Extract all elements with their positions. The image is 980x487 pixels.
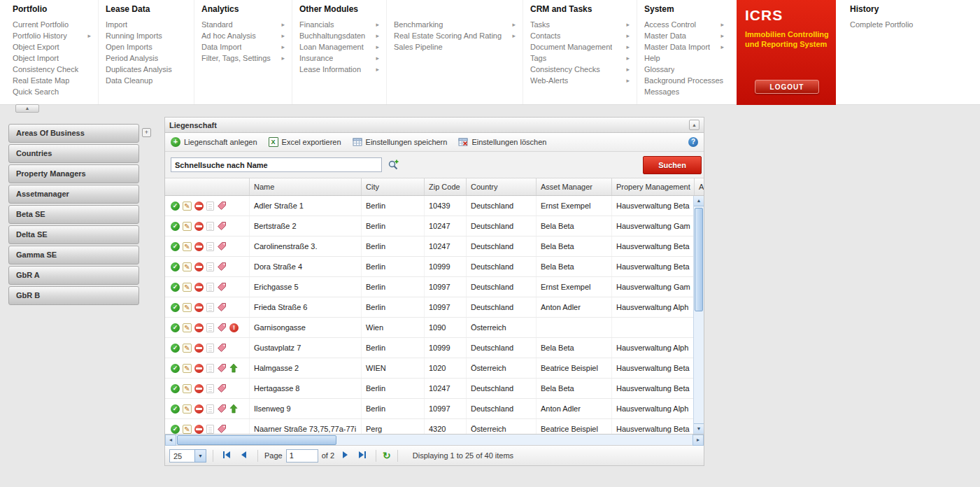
tag-icon[interactable] xyxy=(217,343,227,353)
menu-item[interactable]: Ad hoc Analysis▸ xyxy=(201,30,285,41)
deactivate-icon[interactable] xyxy=(194,262,204,271)
menu-item[interactable]: Real Estate Scoring And Rating▸ xyxy=(394,30,516,41)
edit-note-icon[interactable]: ✎ xyxy=(183,425,192,434)
edit-note-icon[interactable]: ✎ xyxy=(183,384,192,393)
menu-item[interactable]: Document Management▸ xyxy=(530,41,630,52)
menu-item[interactable]: Object Export xyxy=(13,41,91,52)
save-settings-button[interactable]: Einstellungen speichern xyxy=(353,137,448,147)
tag-icon[interactable] xyxy=(217,241,227,251)
page-number-input[interactable] xyxy=(286,449,318,463)
menu-item[interactable]: Real Estate Map xyxy=(13,75,91,86)
report-icon[interactable] xyxy=(206,283,214,292)
menu-item[interactable]: Tasks▸ xyxy=(530,19,630,30)
menu-item[interactable]: Filter, Tags, Settings▸ xyxy=(201,52,285,64)
menu-item[interactable]: Data Cleanup xyxy=(106,75,187,86)
menu-item[interactable]: Web-Alerts▸ xyxy=(530,75,630,86)
deactivate-icon[interactable] xyxy=(194,404,204,414)
search-button[interactable]: Suchen xyxy=(643,156,702,174)
report-icon[interactable] xyxy=(206,222,214,231)
deactivate-icon[interactable] xyxy=(194,283,204,292)
table-row[interactable]: ✓✎Halmgasse 2WIEN1020ÖsterreichBeatrice … xyxy=(165,358,704,379)
menu-item[interactable]: Current Portfolio xyxy=(13,19,91,30)
menu-item[interactable]: Open Imports xyxy=(106,41,187,52)
column-header-zip[interactable]: Zip Code xyxy=(425,178,467,195)
tag-icon[interactable] xyxy=(217,323,227,332)
delete-settings-button[interactable]: Einstellungen löschen xyxy=(458,137,546,147)
menu-item[interactable]: Object Import xyxy=(13,52,91,64)
tag-icon[interactable] xyxy=(217,262,227,271)
tag-icon[interactable] xyxy=(217,404,227,414)
last-page-button[interactable] xyxy=(355,449,369,463)
add-liegenschaft-button[interactable]: + Liegenschaft anlegen xyxy=(171,137,257,147)
refresh-button[interactable]: ↻ xyxy=(383,450,391,461)
sidebar-collapse-tab[interactable]: ▲ xyxy=(15,104,39,113)
accordion-panel-header[interactable]: Delta SE xyxy=(8,225,139,244)
deactivate-icon[interactable] xyxy=(194,344,204,353)
column-header-asset-manager[interactable]: Asset Manager xyxy=(537,178,612,195)
edit-note-icon[interactable]: ✎ xyxy=(183,344,192,353)
scroll-right-button[interactable]: ▸ xyxy=(693,435,704,446)
report-icon[interactable] xyxy=(206,425,214,434)
menu-item[interactable]: Contacts▸ xyxy=(530,30,630,41)
edit-note-icon[interactable]: ✎ xyxy=(183,404,192,414)
table-row[interactable]: ✓✎Ilsenweg 9Berlin10997DeutschlandAnton … xyxy=(165,399,704,419)
tag-icon[interactable] xyxy=(217,221,227,231)
search-icon[interactable] xyxy=(388,159,399,171)
edit-note-icon[interactable]: ✎ xyxy=(183,364,192,373)
prev-page-button[interactable] xyxy=(237,449,251,463)
column-header-area[interactable]: Ar xyxy=(695,178,704,195)
menu-item[interactable]: Sales Pipeline xyxy=(394,41,516,52)
table-row[interactable]: ✓✎Adler Straße 1Berlin10439DeutschlandEr… xyxy=(165,196,704,216)
column-header-city[interactable]: City xyxy=(362,178,425,195)
status-active-icon[interactable]: ✓ xyxy=(171,364,180,373)
menu-item[interactable]: Data Import▸ xyxy=(201,41,285,52)
menu-item[interactable]: Access Control▸ xyxy=(644,19,724,30)
panel-collapse-button[interactable]: ▲ xyxy=(689,120,700,130)
edit-note-icon[interactable]: ✎ xyxy=(183,202,192,211)
status-active-icon[interactable]: ✓ xyxy=(171,303,180,312)
menu-item[interactable]: Running Imports xyxy=(106,30,187,41)
table-row[interactable]: ✓✎Hertagasse 8Berlin10247DeutschlandBela… xyxy=(165,379,704,399)
status-active-icon[interactable]: ✓ xyxy=(171,404,180,414)
table-row[interactable]: ✓✎Frieda Straße 6Berlin10997DeutschlandA… xyxy=(165,297,704,318)
status-active-icon[interactable]: ✓ xyxy=(171,283,180,292)
status-active-icon[interactable]: ✓ xyxy=(171,344,180,353)
accordion-panel-header[interactable]: Assetmanager xyxy=(8,185,139,204)
scroll-up-button[interactable]: ▲ xyxy=(694,196,704,206)
scroll-left-button[interactable]: ◂ xyxy=(165,435,176,446)
report-icon[interactable] xyxy=(206,344,214,353)
menu-item[interactable]: Master Data Import▸ xyxy=(644,41,724,52)
menu-item[interactable]: Tags▸ xyxy=(530,52,630,64)
deactivate-icon[interactable] xyxy=(194,364,204,373)
accordion-panel-header[interactable]: Beta SE xyxy=(8,205,139,224)
tag-icon[interactable] xyxy=(217,383,227,393)
menu-item[interactable]: Lease Information▸ xyxy=(299,64,379,75)
report-icon[interactable] xyxy=(206,404,214,414)
accordion-pin-button[interactable]: + xyxy=(142,128,151,137)
status-active-icon[interactable]: ✓ xyxy=(171,262,180,271)
report-icon[interactable] xyxy=(206,242,214,251)
report-icon[interactable] xyxy=(206,262,214,271)
menu-item[interactable]: Master Data▸ xyxy=(644,30,724,41)
horizontal-scrollbar[interactable]: ◂ ▸ xyxy=(165,434,704,445)
next-page-button[interactable] xyxy=(338,449,352,463)
report-icon[interactable] xyxy=(206,384,214,393)
status-active-icon[interactable]: ✓ xyxy=(171,384,180,393)
horizontal-scroll-thumb[interactable] xyxy=(177,435,336,445)
report-icon[interactable] xyxy=(206,202,214,211)
accordion-panel-header[interactable]: Gamma SE xyxy=(8,246,139,264)
status-active-icon[interactable]: ✓ xyxy=(171,202,180,211)
column-header-name[interactable]: Name xyxy=(250,178,362,195)
deactivate-icon[interactable] xyxy=(194,222,204,231)
tag-icon[interactable] xyxy=(217,302,227,312)
menu-item[interactable]: Benchmarking▸ xyxy=(394,19,516,30)
menu-item[interactable]: Duplicates Analysis xyxy=(106,64,187,75)
menu-item[interactable]: Consistency Check xyxy=(13,64,91,75)
table-row[interactable]: ✓✎Naarner Straße 73,75,77a-77iPerg4320Ös… xyxy=(165,419,704,434)
menu-item[interactable]: Loan Management▸ xyxy=(299,41,379,52)
logout-button[interactable]: LOGOUT xyxy=(755,80,819,94)
column-header-country[interactable]: Country xyxy=(467,178,537,195)
table-row[interactable]: ✓✎Bertstraße 2Berlin10247DeutschlandBela… xyxy=(165,216,704,237)
combo-dropdown-icon[interactable]: ▼ xyxy=(194,449,206,463)
edit-note-icon[interactable]: ✎ xyxy=(183,262,192,271)
